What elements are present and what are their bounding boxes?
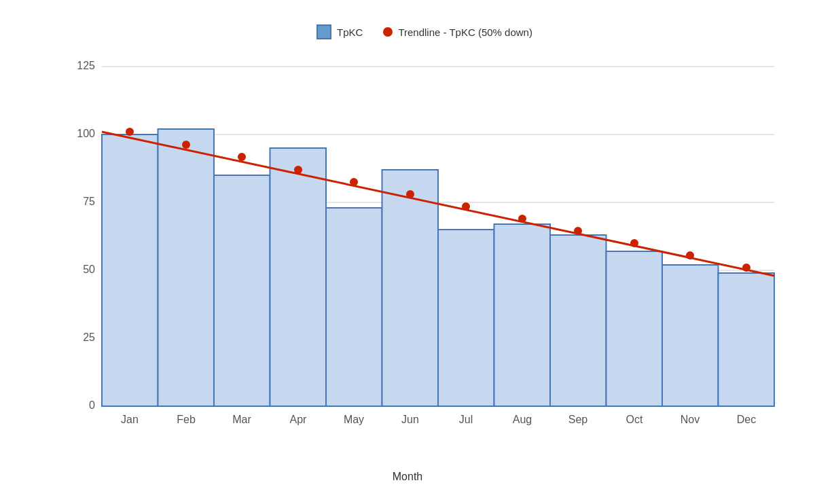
svg-text:May: May [344, 414, 364, 425]
bar-dec [719, 273, 775, 406]
svg-text:Apr: Apr [290, 414, 308, 425]
svg-text:Nov: Nov [681, 414, 700, 425]
legend-bar-item: TpKC [316, 24, 363, 39]
trend-dot-nov [686, 251, 694, 259]
svg-text:Dec: Dec [737, 414, 756, 425]
legend-bar-label: TpKC [337, 26, 363, 38]
svg-text:Oct: Oct [626, 414, 643, 425]
bar-apr [270, 148, 327, 406]
svg-text:Mar: Mar [232, 414, 251, 425]
svg-text:Jun: Jun [401, 414, 419, 425]
legend-bar-icon [316, 24, 331, 39]
bar-jun [382, 170, 439, 406]
bar-nov [662, 265, 719, 406]
bar-feb [158, 129, 215, 406]
svg-text:Jul: Jul [459, 414, 473, 425]
trend-dot-dec [742, 264, 750, 272]
chart-container: TpKC Trendline - TpKC (50% down) Support… [14, 11, 801, 493]
svg-text:Aug: Aug [513, 414, 532, 425]
chart-svg: 125 100 75 50 25 0 Jan Feb Mar Apr May J… [68, 46, 781, 427]
svg-text:Jan: Jan [121, 414, 139, 425]
legend-line-label: Trendline - TpKC (50% down) [398, 26, 532, 38]
svg-text:Feb: Feb [177, 414, 196, 425]
x-axis-label: Month [393, 471, 422, 483]
legend: TpKC Trendline - TpKC (50% down) [68, 24, 781, 39]
svg-text:0: 0 [89, 399, 95, 411]
bar-jul [438, 230, 494, 406]
legend-line-item: Trendline - TpKC (50% down) [383, 26, 532, 38]
trend-dot-oct [630, 239, 638, 247]
trend-dot-may [350, 178, 358, 186]
bar-may [326, 208, 382, 406]
trend-dot-feb [182, 141, 190, 149]
trend-dot-jun [406, 190, 414, 198]
trend-dot-sep [574, 227, 582, 235]
bar-aug [494, 224, 551, 406]
bar-sep [550, 235, 606, 406]
bar-oct [606, 251, 663, 406]
trend-dot-apr [294, 166, 302, 174]
trend-dot-aug [518, 215, 526, 223]
svg-text:50: 50 [83, 264, 95, 275]
svg-text:25: 25 [83, 331, 95, 343]
chart-area: 125 100 75 50 25 0 Jan Feb Mar Apr May J… [68, 46, 781, 427]
legend-line-icon [383, 27, 393, 37]
svg-text:Sep: Sep [568, 414, 588, 425]
bar-jan [102, 134, 158, 406]
svg-text:100: 100 [77, 128, 95, 139]
svg-text:125: 125 [77, 60, 95, 71]
bar-mar [214, 175, 270, 406]
svg-text:75: 75 [83, 196, 95, 207]
trend-dot-jul [462, 202, 470, 211]
trend-dot-mar [238, 153, 246, 161]
trend-dot-jan [126, 128, 134, 136]
